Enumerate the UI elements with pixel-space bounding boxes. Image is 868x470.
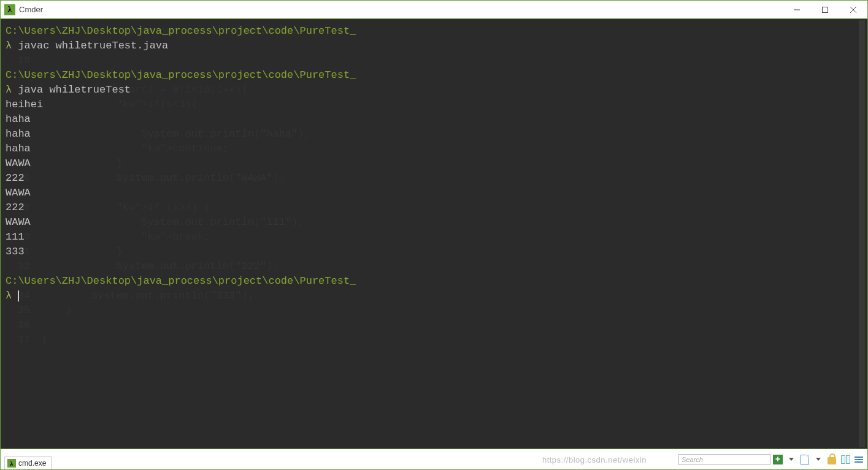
text-cursor xyxy=(18,290,19,301)
lock-icon xyxy=(828,457,836,464)
minimize-icon xyxy=(793,6,801,13)
titlebar[interactable]: λ Cmder xyxy=(0,0,868,18)
console-tab[interactable]: λ cmd.exe xyxy=(4,456,52,469)
maximize-button[interactable] xyxy=(811,1,839,18)
prompt-line: C:\Users\ZHJ\Desktop\java_process\projec… xyxy=(6,275,356,287)
search-input[interactable]: Search xyxy=(678,454,770,465)
search-placeholder: Search xyxy=(682,456,703,463)
terminal-output[interactable]: C:\Users\ZHJ\Desktop\java_process\projec… xyxy=(1,19,867,449)
lock-button[interactable] xyxy=(826,453,838,466)
app-icon: λ xyxy=(4,4,15,15)
terminal-area[interactable]: System.out.println("youyou"); } 18 19 "k… xyxy=(0,18,868,449)
lambda-prompt: λ xyxy=(6,40,12,51)
chevron-down-icon xyxy=(789,458,794,461)
statusbar-right-controls: Search + xyxy=(678,449,867,469)
chevron-down-icon xyxy=(816,458,821,461)
prompt-line: C:\Users\ZHJ\Desktop\java_process\projec… xyxy=(6,69,356,81)
attach-button[interactable] xyxy=(799,453,811,466)
vertical-scrollbar[interactable] xyxy=(858,20,866,447)
menu-button[interactable] xyxy=(853,453,865,466)
app-window: λ Cmder System.out.println("youyou"); } … xyxy=(0,0,868,470)
minimize-button[interactable] xyxy=(783,1,811,18)
prompt-line: C:\Users\ZHJ\Desktop\java_process\projec… xyxy=(6,25,356,37)
watermark-text: https://blog.csdn.net/weixin xyxy=(542,455,647,464)
new-console-dropdown[interactable] xyxy=(785,453,797,466)
plus-icon: + xyxy=(773,455,783,464)
document-icon xyxy=(801,455,809,464)
attach-dropdown[interactable] xyxy=(812,453,824,466)
svg-rect-1 xyxy=(823,7,828,12)
app-icon-glyph: λ xyxy=(8,5,12,15)
titlebar-left: λ Cmder xyxy=(4,4,43,15)
maximize-icon xyxy=(821,6,829,13)
program-output-block: heihei haha haha haha WAWA 222 WAWA 222 … xyxy=(6,99,43,257)
tab-label: cmd.exe xyxy=(18,459,46,468)
tab-icon-glyph: λ xyxy=(10,460,13,467)
close-button[interactable] xyxy=(839,1,867,18)
lambda-prompt: λ xyxy=(6,84,12,96)
status-bar: λ cmd.exe https://blog.csdn.net/weixin S… xyxy=(0,449,868,470)
hamburger-icon xyxy=(855,457,863,463)
new-console-button[interactable]: + xyxy=(772,453,784,466)
split-button[interactable] xyxy=(839,453,851,466)
lambda-prompt: λ xyxy=(6,290,12,301)
split-icon xyxy=(841,455,850,464)
window-title: Cmder xyxy=(19,5,43,14)
close-icon xyxy=(850,6,857,13)
scrollbar-thumb[interactable] xyxy=(859,20,865,447)
window-controls xyxy=(783,1,867,18)
command-text: java whiletrueTest xyxy=(18,84,131,96)
command-text: javac whiletrueTest.java xyxy=(18,40,168,51)
tab-icon: λ xyxy=(7,459,16,468)
